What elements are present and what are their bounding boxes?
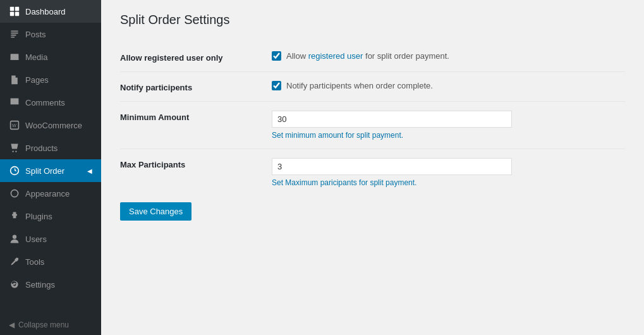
sidebar-item-products[interactable]: Products <box>0 137 101 159</box>
settings-row-minimum-amount: Minimum AmountSet minimum amount for spl… <box>120 101 625 149</box>
sidebar-item-posts[interactable]: Posts <box>0 23 101 46</box>
sidebar-item-label: WooCommerce <box>25 121 82 130</box>
checkbox-row-registered-user: Allow registered user for split order pa… <box>272 51 625 61</box>
woocommerce-icon: W <box>9 119 20 131</box>
svg-rect-1 <box>15 7 19 11</box>
settings-row-notify-participants: Notify participentsNotify participents w… <box>120 71 625 101</box>
active-arrow-icon: ◀ <box>87 168 92 174</box>
svg-rect-2 <box>10 12 14 16</box>
label-registered-user: Allow registered user only <box>120 51 272 63</box>
sidebar-item-label: Pages <box>25 75 49 85</box>
svg-rect-0 <box>10 7 14 11</box>
sidebar-item-label: Split Order <box>25 166 64 176</box>
sidebar-item-dashboard[interactable]: Dashboard <box>0 0 101 23</box>
sidebar: Dashboard Posts Media Pages Comments W W… <box>0 0 101 335</box>
main-content: Split Order Settings Allow registered us… <box>101 0 644 335</box>
svg-point-8 <box>12 150 13 152</box>
sidebar-item-label: Dashboard <box>25 7 66 16</box>
control-max-participants: Set Maximum paricipants for split paymen… <box>272 158 625 187</box>
settings-row-max-participants: Max ParticipantsSet Maximum paricipants … <box>120 149 625 196</box>
label-notify-participants: Notify participents <box>120 81 272 92</box>
control-minimum-amount: Set minimum amount for split payment. <box>272 111 625 140</box>
checkbox-registered-user[interactable] <box>272 51 281 61</box>
comments-icon <box>9 97 20 108</box>
svg-point-9 <box>15 150 16 152</box>
input-minimum-amount[interactable] <box>272 111 512 128</box>
sidebar-item-label: Tools <box>25 257 44 267</box>
sidebar-item-split-order[interactable]: Split Order ◀ <box>0 159 101 182</box>
dashboard-icon <box>9 6 20 17</box>
collapse-arrow-icon: ◀ <box>9 320 15 329</box>
products-icon <box>9 142 20 154</box>
settings-form: Allow registered user onlyAllow register… <box>120 42 625 196</box>
checkbox-description-registered-user: Allow registered user for split order pa… <box>286 51 449 61</box>
sidebar-item-label: Users <box>25 234 47 244</box>
users-icon <box>9 233 20 245</box>
svg-rect-3 <box>15 12 19 16</box>
posts-icon <box>9 28 20 40</box>
checkbox-row-notify-participants: Notify participents when order complete. <box>272 81 625 90</box>
sidebar-item-woocommerce[interactable]: W WooCommerce <box>0 114 101 137</box>
sidebar-item-label: Plugins <box>25 212 52 221</box>
pages-icon <box>9 74 20 85</box>
control-notify-participants: Notify participents when order complete. <box>272 81 625 90</box>
label-max-participants: Max Participants <box>120 158 272 169</box>
hint-minimum-amount: Set minimum amount for split payment. <box>272 131 625 140</box>
settings-row-registered-user: Allow registered user onlyAllow register… <box>120 42 625 71</box>
sidebar-item-label: Comments <box>25 98 65 107</box>
sidebar-item-label: Posts <box>25 30 46 39</box>
media-icon <box>9 51 20 63</box>
sidebar-item-media[interactable]: Media <box>0 46 101 68</box>
appearance-icon <box>9 188 20 199</box>
sidebar-item-plugins[interactable]: Plugins <box>0 205 101 228</box>
sidebar-item-label: Settings <box>25 280 55 289</box>
collapse-menu[interactable]: ◀ Collapse menu <box>0 315 101 335</box>
control-registered-user: Allow registered user for split order pa… <box>272 51 625 61</box>
sidebar-item-appearance[interactable]: Appearance <box>0 182 101 205</box>
sidebar-item-pages[interactable]: Pages <box>0 68 101 91</box>
collapse-menu-label: Collapse menu <box>18 320 69 329</box>
sidebar-item-settings[interactable]: Settings <box>0 273 101 296</box>
plugins-icon <box>9 210 20 222</box>
svg-point-5 <box>12 55 14 57</box>
sidebar-item-label: Appearance <box>25 189 70 198</box>
checkbox-description-notify-participants: Notify participents when order complete. <box>286 81 433 90</box>
split-order-icon <box>9 165 20 176</box>
checkbox-notify-participants[interactable] <box>272 81 281 90</box>
settings-icon <box>9 279 20 290</box>
svg-point-11 <box>13 235 16 239</box>
svg-text:W: W <box>12 123 16 128</box>
input-max-participants[interactable] <box>272 158 512 175</box>
page-title: Split Order Settings <box>120 13 625 27</box>
sidebar-item-tools[interactable]: Tools <box>0 250 101 273</box>
sidebar-item-label: Products <box>25 143 58 153</box>
sidebar-item-label: Media <box>25 52 47 62</box>
sidebar-item-users[interactable]: Users <box>0 228 101 250</box>
hint-max-participants: Set Maximum paricipants for split paymen… <box>272 178 625 187</box>
sidebar-item-comments[interactable]: Comments <box>0 91 101 114</box>
tools-icon <box>9 256 20 267</box>
label-minimum-amount: Minimum Amount <box>120 111 272 122</box>
save-changes-button[interactable]: Save Changes <box>120 202 191 221</box>
